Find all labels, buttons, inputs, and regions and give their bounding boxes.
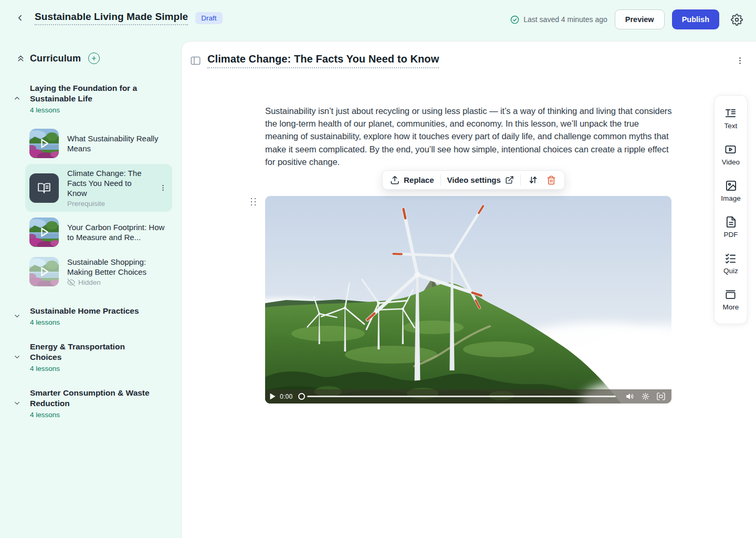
section-title: Sustainable Home Practices	[30, 306, 139, 316]
lesson-info: Climate Change: The Facts You Need to Kn…	[67, 168, 150, 208]
play-icon	[29, 129, 59, 158]
move-block-button[interactable]	[527, 174, 539, 186]
section-header[interactable]: Laying the Foundation for a Sustainable …	[13, 83, 181, 114]
collapse-all-button[interactable]	[16, 54, 25, 63]
add-section-button[interactable]	[88, 53, 100, 64]
swap-arrows-icon	[528, 175, 538, 185]
fullscreen-icon	[657, 392, 665, 400]
lesson-options-button[interactable]	[734, 55, 746, 66]
player-settings-button[interactable]	[640, 392, 651, 400]
player-gear-icon	[642, 392, 649, 400]
fullscreen-button[interactable]	[655, 392, 667, 400]
palette-label: Text	[724, 122, 738, 130]
toolbar-divider	[440, 174, 441, 185]
curriculum-header: Curriculum	[0, 53, 181, 64]
lessons-count: 4 lessons	[30, 365, 153, 373]
curriculum-sidebar: Curriculum Laying the Foundation for a S…	[0, 40, 181, 538]
delete-block-button[interactable]	[545, 174, 557, 186]
lessons-count: 4 lessons	[30, 106, 153, 114]
lesson-title: Sustainable Shopping: Making Better Choi…	[67, 257, 168, 277]
text-icon	[724, 107, 737, 119]
lessons-count: 4 lessons	[30, 411, 153, 419]
add-video-block[interactable]: Video	[722, 143, 740, 166]
lesson-info: Sustainable Shopping: Making Better Choi…	[67, 257, 168, 286]
seek-track[interactable]	[307, 396, 616, 397]
kebab-icon	[159, 184, 167, 192]
course-editor-screen: Sustainable Living Made Simple Draft Las…	[0, 0, 756, 538]
section-header[interactable]: Smarter Consumption & Waste Reduction 4 …	[13, 388, 181, 419]
lesson-list: What Sustainability Really Means Climate…	[25, 125, 172, 291]
play-icon	[29, 218, 59, 247]
top-bar: Sustainable Living Made Simple Draft Las…	[0, 0, 756, 40]
settings-button[interactable]	[730, 13, 743, 26]
lesson-title: Climate Change: The Facts You Need to Kn…	[67, 168, 150, 198]
lesson-menu-button[interactable]	[158, 183, 168, 193]
video-settings-label: Video settings	[447, 175, 501, 184]
video-settings-button[interactable]: Video settings	[447, 175, 514, 184]
last-saved-text: Last saved 4 minutes ago	[523, 15, 607, 24]
check-circle-icon	[510, 15, 519, 24]
trash-icon	[547, 175, 556, 185]
lesson-item-carbon-footprint[interactable]: Your Carbon Footprint: How to Measure an…	[25, 213, 172, 251]
toolbar-divider	[520, 174, 521, 185]
add-quiz-block[interactable]: Quiz	[723, 252, 738, 275]
quiz-icon	[724, 252, 737, 264]
section-energy-transportation: Energy & Transportation Choices 4 lesson…	[0, 342, 181, 373]
seek-scrubber[interactable]	[298, 393, 305, 400]
lesson-header: Climate Change: The Facts You Need to Kn…	[191, 53, 746, 68]
video-icon	[724, 143, 737, 156]
back-chevron-icon	[15, 13, 25, 23]
sidebar-toggle-button[interactable]	[191, 56, 201, 65]
lesson-info: Your Carbon Footprint: How to Measure an…	[67, 222, 168, 242]
add-text-block[interactable]: Text	[724, 107, 738, 130]
section-meta: Energy & Transportation Choices 4 lesson…	[30, 342, 153, 373]
lesson-item-what-sustainability-means[interactable]: What Sustainability Really Means	[25, 125, 172, 162]
lesson-item-sustainable-shopping[interactable]: Sustainable Shopping: Making Better Choi…	[25, 253, 172, 291]
video-block-toolbar: Replace Video settings	[382, 170, 565, 190]
course-title[interactable]: Sustainable Living Made Simple	[35, 11, 188, 25]
video-player-controls: 0:00	[265, 389, 671, 404]
gear-icon	[731, 14, 743, 26]
chevron-up-icon	[13, 95, 22, 102]
lesson-title-editable[interactable]: Climate Change: The Facts You Need to Kn…	[207, 53, 439, 68]
lesson-item-climate-change[interactable]: Climate Change: The Facts You Need to Kn…	[25, 164, 172, 212]
lesson-badge-hidden: Hidden	[67, 278, 168, 286]
palette-label: More	[723, 303, 739, 311]
lesson-editor-panel: Climate Change: The Facts You Need to Kn…	[181, 41, 756, 538]
chevron-down-icon	[13, 312, 22, 320]
replace-label: Replace	[404, 175, 434, 184]
section-header[interactable]: Energy & Transportation Choices 4 lesson…	[13, 342, 181, 373]
section-meta: Smarter Consumption & Waste Reduction 4 …	[30, 388, 153, 419]
panel-layout-icon	[191, 56, 201, 65]
preview-button[interactable]: Preview	[615, 9, 665, 29]
section-header[interactable]: Sustainable Home Practices 4 lessons	[13, 306, 181, 326]
section-title: Energy & Transportation Choices	[30, 342, 153, 363]
eye-off-icon	[67, 278, 75, 286]
add-pdf-block[interactable]: PDF	[724, 216, 738, 239]
lesson-title: What Sustainability Really Means	[67, 133, 168, 153]
external-link-icon	[505, 175, 514, 184]
double-chevron-up-icon	[16, 54, 25, 63]
more-blocks[interactable]: More	[723, 288, 739, 311]
wind-farm-video-frame	[265, 196, 671, 404]
back-button[interactable]	[13, 11, 27, 25]
pdf-icon	[725, 216, 737, 228]
play-button[interactable]	[270, 393, 276, 400]
section-meta: Sustainable Home Practices 4 lessons	[30, 306, 139, 326]
block-drag-handle[interactable]	[250, 198, 258, 208]
chevron-down-icon	[13, 399, 22, 407]
lesson-video[interactable]: 0:00	[265, 196, 671, 404]
lesson-badge-prerequisite: Prerequisite	[67, 200, 150, 208]
hidden-label: Hidden	[78, 278, 101, 286]
volume-icon	[626, 392, 634, 400]
video-thumbnail	[29, 129, 59, 158]
replace-video-button[interactable]: Replace	[390, 175, 434, 185]
save-status: Last saved 4 minutes ago	[510, 15, 607, 24]
section-list: Laying the Foundation for a Sustainable …	[0, 83, 181, 419]
volume-button[interactable]	[624, 392, 636, 400]
lesson-body-text[interactable]: Sustainability isn’t just about recyclin…	[265, 105, 674, 168]
more-icon	[724, 288, 737, 301]
publish-button[interactable]: Publish	[672, 9, 719, 29]
add-image-block[interactable]: Image	[721, 180, 741, 202]
block-palette: Text Video Image PDF Quiz	[714, 95, 748, 324]
